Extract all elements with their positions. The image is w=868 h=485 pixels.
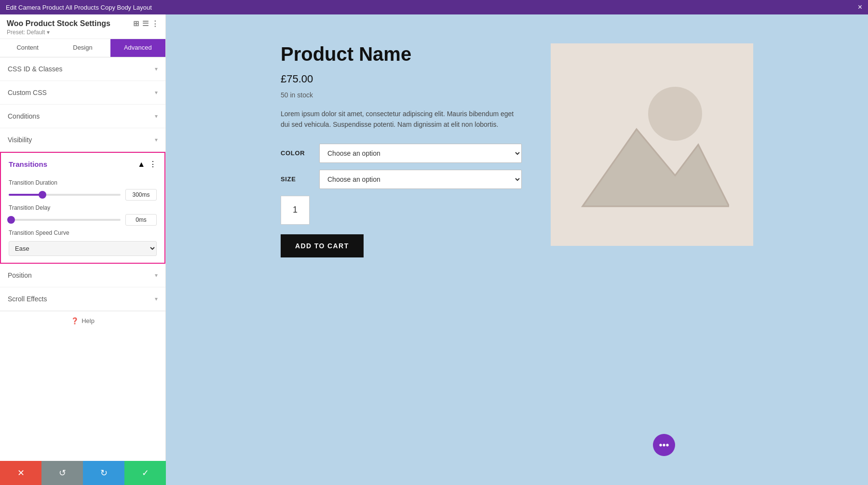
product-stock: 50 in stock xyxy=(281,91,522,99)
size-label: SIZE xyxy=(281,175,310,183)
preset-arrow[interactable]: ▾ xyxy=(47,29,50,36)
redo-icon: ↻ xyxy=(100,468,108,478)
product-image-svg xyxy=(575,67,729,222)
delay-thumb[interactable] xyxy=(7,216,15,224)
section-position-label: Position xyxy=(8,271,32,279)
sidebar-header: Woo Product Stock Settings ⊞ ☰ ⋮ Preset:… xyxy=(0,14,165,39)
section-visibility[interactable]: Visibility ▾ xyxy=(0,128,165,152)
section-conditions[interactable]: Conditions ▾ xyxy=(0,105,165,128)
chevron-icon: ▾ xyxy=(155,272,158,279)
discard-icon: ✕ xyxy=(17,468,25,478)
duration-thumb[interactable] xyxy=(39,191,46,199)
more-icon[interactable]: ⋮ xyxy=(151,19,159,28)
duration-slider-row xyxy=(9,189,157,201)
product-name: Product Name xyxy=(281,43,522,65)
section-custom-css-label: Custom CSS xyxy=(8,89,47,96)
quantity-box[interactable]: 1 xyxy=(281,196,310,225)
preset-text: Preset: Default xyxy=(7,29,45,36)
chevron-icon: ▾ xyxy=(155,113,158,120)
tabs: Content Design Advanced xyxy=(0,39,165,57)
save-button[interactable]: ✓ xyxy=(124,461,166,485)
speed-curve-select[interactable]: Ease Linear Ease In Ease Out Ease In Out xyxy=(9,241,157,256)
action-bar: ✕ ↺ ↻ ✓ xyxy=(0,461,166,485)
module-icons: ⊞ ☰ ⋮ xyxy=(133,19,159,28)
collapse-icon[interactable]: ▲ xyxy=(137,160,145,169)
product-image xyxy=(551,43,753,246)
product-info: Product Name £75.00 50 in stock Lorem ip… xyxy=(281,43,522,257)
close-button[interactable]: × xyxy=(858,3,862,12)
tab-content[interactable]: Content xyxy=(0,39,55,57)
fab-icon: ••• xyxy=(659,440,669,451)
delay-slider-row xyxy=(9,214,157,226)
sidebar-content: CSS ID & Classes ▾ Custom CSS ▾ Conditio… xyxy=(0,57,165,485)
fab-button[interactable]: ••• xyxy=(653,434,675,456)
transitions-section: Transitions ▲ ⋮ Transition Duration xyxy=(0,152,165,264)
color-label: COLOR xyxy=(281,149,310,157)
size-variant-row: SIZE Choose an option xyxy=(281,170,522,189)
product-price: £75.00 xyxy=(281,73,522,85)
tab-design[interactable]: Design xyxy=(55,39,110,57)
section-css-id[interactable]: CSS ID & Classes ▾ xyxy=(0,57,165,81)
undo-icon: ↺ xyxy=(59,468,66,478)
save-icon: ✓ xyxy=(142,468,149,478)
duration-track[interactable] xyxy=(9,194,121,196)
transitions-header[interactable]: Transitions ▲ ⋮ xyxy=(1,153,164,174)
tab-advanced[interactable]: Advanced xyxy=(110,39,165,57)
help-label: Help xyxy=(81,317,95,324)
duration-input[interactable] xyxy=(125,189,157,201)
discard-button[interactable]: ✕ xyxy=(0,461,41,485)
color-select[interactable]: Choose an option xyxy=(319,144,522,163)
help-footer[interactable]: ❓ Help xyxy=(0,311,165,330)
redo-button[interactable]: ↻ xyxy=(83,461,124,485)
sidebar: Woo Product Stock Settings ⊞ ☰ ⋮ Preset:… xyxy=(0,14,166,485)
section-conditions-label: Conditions xyxy=(8,112,40,120)
duration-fill xyxy=(9,194,42,196)
svg-marker-1 xyxy=(583,129,729,206)
chevron-icon: ▾ xyxy=(155,66,158,72)
size-select[interactable]: Choose an option xyxy=(319,170,522,189)
duration-label: Transition Duration xyxy=(9,179,157,186)
color-variant-row: COLOR Choose an option xyxy=(281,144,522,163)
transitions-body: Transition Duration Transition Delay xyxy=(1,174,164,263)
delay-input[interactable] xyxy=(125,214,157,226)
add-to-cart-button[interactable]: ADD TO CART xyxy=(281,234,364,257)
speed-curve-label: Transition Speed Curve xyxy=(9,229,157,236)
more-options-icon[interactable]: ⋮ xyxy=(149,160,157,169)
quantity-value: 1 xyxy=(293,205,298,215)
top-bar-title: Edit Camera Product All Products Copy Bo… xyxy=(6,4,152,11)
module-title-row: Woo Product Stock Settings ⊞ ☰ ⋮ xyxy=(7,19,159,28)
section-scroll-effects[interactable]: Scroll Effects ▾ xyxy=(0,287,165,311)
preset-line: Preset: Default ▾ xyxy=(7,29,159,36)
section-position[interactable]: Position ▾ xyxy=(0,264,165,287)
grid-icon[interactable]: ⊞ xyxy=(133,19,139,28)
product-description: Lorem ipsum dolor sit amet, consectetur … xyxy=(281,108,522,130)
transitions-title: Transitions xyxy=(9,160,47,168)
help-icon: ❓ xyxy=(71,317,79,324)
section-css-id-label: CSS ID & Classes xyxy=(8,65,63,73)
main-content: Product Name £75.00 50 in stock Lorem ip… xyxy=(166,14,868,485)
section-scroll-label: Scroll Effects xyxy=(8,295,47,303)
chevron-icon: ▾ xyxy=(155,136,158,143)
columns-icon[interactable]: ☰ xyxy=(142,19,149,28)
section-visibility-label: Visibility xyxy=(8,136,32,144)
top-bar: Edit Camera Product All Products Copy Bo… xyxy=(0,0,868,14)
module-title: Woo Product Stock Settings xyxy=(7,19,110,28)
delay-label: Transition Delay xyxy=(9,204,157,211)
section-custom-css[interactable]: Custom CSS ▾ xyxy=(0,81,165,105)
delay-track[interactable] xyxy=(9,219,121,221)
undo-button[interactable]: ↺ xyxy=(41,461,83,485)
chevron-icon: ▾ xyxy=(155,296,158,302)
chevron-icon: ▾ xyxy=(155,89,158,96)
transitions-controls: ▲ ⋮ xyxy=(137,160,157,169)
svg-point-0 xyxy=(648,87,702,141)
